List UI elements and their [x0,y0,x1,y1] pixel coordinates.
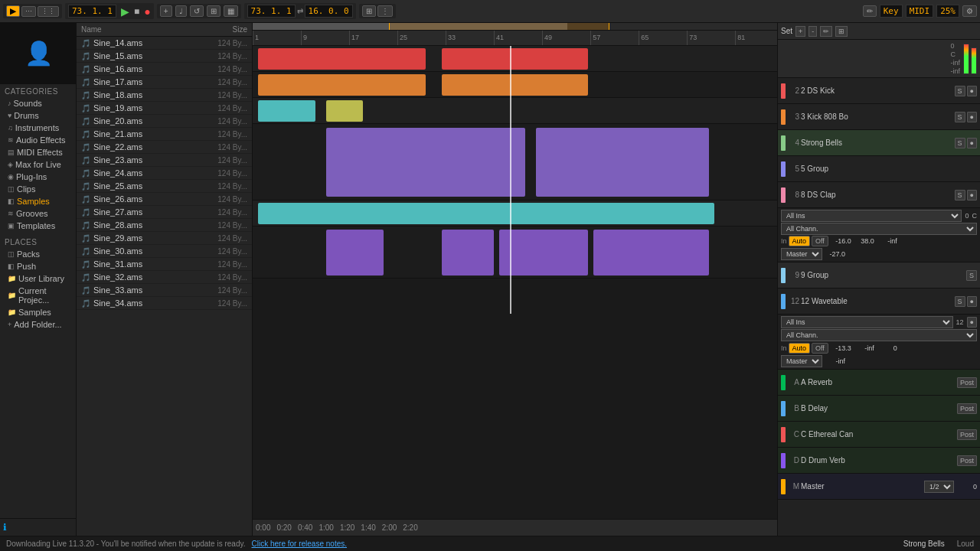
set-pencil-btn[interactable]: ✏ [820,26,832,37]
cs-track-wavetable[interactable]: 12 12 Wavetable S ● [778,289,980,315]
cs-return-drum-verb[interactable]: D D Drum Verb Post [778,448,980,474]
detail-view-btn[interactable]: ⋮ [377,5,393,17]
arrangement-ruler[interactable]: 1917253341495765738189 [253,31,777,46]
set-plus-btn[interactable]: + [795,26,805,37]
set-minus-btn[interactable]: - [808,26,817,37]
clip[interactable] [258,203,714,224]
sidebar-item-grooves[interactable]: ≋ Grooves [5,207,71,220]
file-item[interactable]: 🎵 Sine_26.ams 124 By... [77,193,252,206]
file-item[interactable]: 🎵 Sine_29.ams 124 By... [77,232,252,245]
sidebar-item-push[interactable]: ◧ Push [5,260,71,272]
file-item[interactable]: 🎵 Sine_15.ams 124 By... [77,50,252,63]
file-item[interactable]: 🎵 Sine_17.ams 124 By... [77,76,252,89]
file-item[interactable]: 🎵 Sine_14.ams 124 By... [77,37,252,50]
quantize-btn[interactable]: ⊞ [207,5,220,17]
record-button[interactable]: ● [144,5,150,18]
set-expand-btn[interactable]: ⊞ [835,26,848,37]
clip[interactable] [326,230,384,276]
sidebar-item-templates[interactable]: ▣ Templates [5,220,71,232]
return-post-btn[interactable]: Post [957,377,977,388]
metronome-btn[interactable]: ♩ [175,5,187,17]
monitor-off-btn[interactable]: Off [812,236,828,246]
file-item[interactable]: 🎵 Sine_31.ams 124 By... [77,258,252,271]
grid-btn[interactable]: ▦ [224,5,238,17]
wt-arm-btn[interactable]: ● [967,296,977,307]
file-item[interactable]: 🎵 Sine_19.ams 124 By... [77,102,252,115]
group-mute-btn[interactable]: S [966,270,977,281]
monitor-auto-btn[interactable]: Auto [789,236,811,246]
release-notes-link[interactable]: Click here for release notes. [252,540,348,548]
sidebar-item-max-for-live[interactable]: ◈ Max for Live [5,158,71,171]
input-routing-select[interactable]: All Ins [781,210,962,222]
sidebar-item-audio-effects[interactable]: ≋ Audio Effects [5,134,71,146]
clip[interactable] [442,48,589,70]
clip[interactable] [442,74,589,96]
file-item[interactable]: 🎵 Sine_20.ams 124 By... [77,115,252,128]
cs-master-track[interactable]: M Master 1/2 0 [778,474,980,500]
session-view-btn[interactable]: ⊞ [362,5,376,17]
file-item[interactable]: 🎵 Sine_22.ams 124 By... [77,141,252,154]
file-item[interactable]: 🎵 Sine_24.ams 124 By... [77,167,252,180]
file-item[interactable]: 🎵 Sine_30.ams 124 By... [77,245,252,258]
wt-out-select[interactable]: Master [781,355,822,367]
cs-track-group9[interactable]: 9 9 Group S [778,262,980,289]
info-icon[interactable]: ℹ [3,522,7,533]
clip[interactable] [258,100,315,122]
arrangement-toggle[interactable]: ⋯ [21,6,36,17]
file-item[interactable]: 🎵 Sine_16.ams 124 By... [77,63,252,76]
cs-return-reverb[interactable]: A A Reverb Post [778,370,980,396]
return-post-btn[interactable]: Post [957,403,977,414]
master-fraction-select[interactable]: 1/2 [924,481,954,493]
sidebar-item-samples-place[interactable]: 📁 Samples [5,306,71,318]
play-button[interactable]: ▶ [121,5,129,18]
wt-monitor-btn[interactable]: Auto [789,343,811,354]
sidebar-item-user-library[interactable]: 📁 User Library [5,272,71,285]
sidebar-item-sounds[interactable]: ♪ Sounds [5,97,71,109]
clip[interactable] [593,230,709,276]
file-item[interactable]: 🎵 Sine_18.ams 124 By... [77,89,252,102]
stop-button[interactable]: ■ [134,6,139,17]
return-post-btn[interactable]: Post [957,429,977,440]
wt-ch-select[interactable]: All Chann. [781,329,977,341]
file-item[interactable]: 🎵 Sine_23.ams 124 By... [77,154,252,167]
track-mute-btn[interactable]: S [955,112,965,122]
ableton-logo-btn[interactable]: ▶ [6,5,20,17]
track-mute-btn[interactable]: S [955,138,965,148]
sidebar-item-instruments[interactable]: ♫ Instruments [5,122,71,134]
cs-track-strong-bells[interactable]: 4 Strong Bells S ● [778,130,980,156]
settings-btn[interactable]: ⚙ [962,5,977,17]
file-item[interactable]: 🎵 Sine_25.ams 124 By... [77,180,252,193]
sidebar-item-drums[interactable]: ♥ Drums [5,109,71,122]
clip[interactable] [499,230,588,276]
pencil-btn[interactable]: ✏ [863,5,877,17]
cs-return-ethereal[interactable]: C C Ethereal Can Post [778,422,980,448]
sidebar-item-plug-ins[interactable]: ◉ Plug-Ins [5,171,71,183]
cs-track-group5[interactable]: 5 5 Group [778,156,980,182]
file-item[interactable]: 🎵 Sine_21.ams 124 By... [77,128,252,141]
file-item[interactable]: 🎵 Sine_34.ams 124 By... [77,297,252,310]
file-item[interactable]: 🎵 Sine_27.ams 124 By... [77,206,252,219]
track-arm-btn[interactable]: ● [967,86,977,96]
cs-track-kick-808[interactable]: 3 3 Kick 808 Bo S ● [778,104,980,130]
cs-return-delay[interactable]: B B Delay Post [778,396,980,422]
track-arm-btn[interactable]: ● [967,112,977,122]
wt-arm-main-btn[interactable]: ● [967,317,977,328]
cs-track-ds-clap[interactable]: 8 8 DS Clap S ● [778,182,980,208]
clip[interactable] [258,74,426,96]
clip[interactable] [258,48,426,70]
output-routing-select[interactable]: Master [781,248,822,260]
sidebar-item-packs[interactable]: ◫ Packs [5,248,71,260]
cs-track-ds-kick[interactable]: 2 2 DS Kick S ● [778,78,980,104]
wt-off-btn[interactable]: Off [812,343,828,354]
session-toggle[interactable]: ⋮⋮ [38,6,59,17]
track-arm-btn[interactable]: ● [967,190,977,201]
sidebar-item-midi-effects[interactable]: ▤ MIDI Effects [5,146,71,158]
wt-input-select[interactable]: All Ins [781,316,953,328]
wt-mute-btn[interactable]: S [955,296,965,307]
return-post-btn[interactable]: Post [957,455,977,466]
file-item[interactable]: 🎵 Sine_33.ams 124 By... [77,284,252,297]
channel-routing-select[interactable]: All Chann. [781,223,977,235]
clip[interactable] [326,128,525,197]
clip[interactable] [442,230,495,276]
track-mute-btn[interactable]: S [955,86,965,96]
